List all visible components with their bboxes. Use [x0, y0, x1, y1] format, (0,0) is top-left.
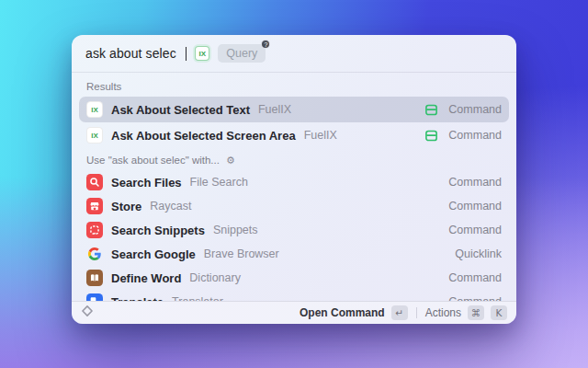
- list-item[interactable]: IX Ask About Selected Text FuelIX Comman…: [79, 97, 509, 122]
- command-window-icon: [424, 103, 438, 117]
- dictionary-icon: [86, 270, 103, 286]
- list-item[interactable]: Translate Translator Command: [79, 290, 509, 301]
- translate-icon: [86, 293, 103, 301]
- list-item[interactable]: Search Files File Search Command: [79, 170, 509, 194]
- k-key-badge: K: [491, 305, 507, 320]
- cmd-key-badge: ⌘: [468, 305, 484, 320]
- google-icon: [86, 246, 103, 262]
- file-search-icon: [86, 174, 103, 190]
- launcher-window: ask about selec IX Query ? Results IX As…: [72, 35, 516, 324]
- search-input[interactable]: ask about selec IX Query ?: [72, 35, 516, 73]
- search-query-text: ask about selec: [85, 46, 176, 61]
- list-item[interactable]: IX Ask About Selected Screen Area FuelIX…: [79, 122, 509, 148]
- list-item[interactable]: Search Snippets Snippets Command: [79, 218, 509, 242]
- open-command-button[interactable]: Open Command: [300, 306, 385, 319]
- list-item[interactable]: Define Word Dictionary Command: [79, 266, 509, 290]
- fuelix-icon: IX: [86, 127, 103, 144]
- fuelix-icon: IX: [195, 46, 209, 61]
- snippets-icon: [86, 222, 103, 238]
- text-caret: [186, 47, 187, 61]
- suggestions-section-header: Use "ask about selec" with... ⚙: [79, 148, 509, 170]
- suggestions-section: Use "ask about selec" with... ⚙ Search F…: [79, 148, 509, 301]
- raycast-logo-icon: [81, 305, 94, 321]
- results-section-header: Results: [79, 75, 509, 97]
- results-list: Results IX Ask About Selected Text FuelI…: [72, 73, 516, 301]
- gear-icon[interactable]: ⚙: [226, 155, 235, 166]
- help-badge[interactable]: ?: [261, 40, 270, 49]
- store-icon: [86, 198, 103, 214]
- fuelix-icon: IX: [86, 101, 103, 118]
- footer-divider: [416, 307, 417, 318]
- actions-button[interactable]: Actions: [425, 306, 461, 319]
- query-placeholder: Query: [226, 47, 257, 60]
- command-window-icon: [424, 129, 438, 143]
- query-argument-field[interactable]: Query ?: [218, 44, 266, 63]
- action-bar: Open Command ↵ Actions ⌘ K: [72, 301, 516, 324]
- list-item[interactable]: Search Google Brave Browser Quicklink: [79, 242, 509, 266]
- return-key-badge: ↵: [391, 305, 408, 320]
- list-item[interactable]: Store Raycast Command: [79, 194, 509, 218]
